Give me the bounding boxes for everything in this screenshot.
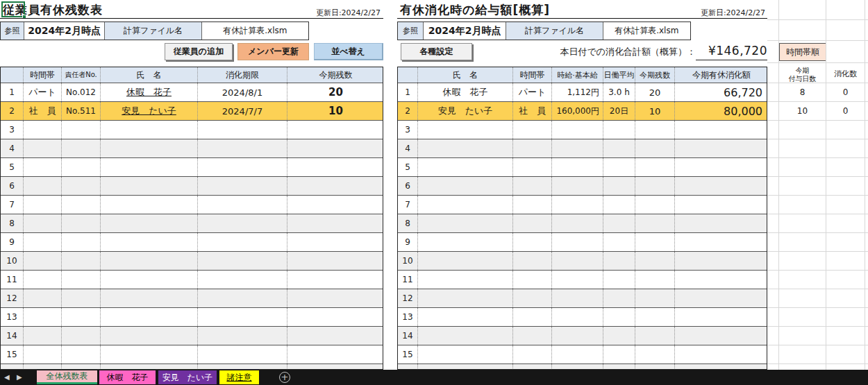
table-row[interactable]: 16 bbox=[1, 364, 383, 370]
cell[interactable] bbox=[603, 233, 635, 251]
cell[interactable] bbox=[417, 289, 512, 307]
cell[interactable] bbox=[674, 252, 767, 270]
cell[interactable] bbox=[100, 327, 197, 345]
add-employee-button[interactable]: 従業員の追加 bbox=[165, 43, 233, 60]
cell[interactable]: No.012 bbox=[61, 83, 100, 101]
sort-button[interactable]: 並べ替え bbox=[314, 43, 383, 60]
cell[interactable] bbox=[603, 345, 635, 363]
cell[interactable] bbox=[635, 327, 674, 345]
cell[interactable] bbox=[512, 196, 551, 214]
cell[interactable] bbox=[417, 327, 512, 345]
cell[interactable] bbox=[417, 271, 512, 289]
table-row[interactable]: 5 bbox=[1, 158, 383, 177]
cell[interactable] bbox=[551, 139, 603, 157]
cell[interactable] bbox=[674, 214, 767, 232]
row-number[interactable]: 5 bbox=[1, 158, 23, 176]
cell[interactable] bbox=[100, 271, 197, 289]
cell[interactable] bbox=[551, 196, 603, 214]
cell[interactable] bbox=[61, 345, 100, 363]
cell[interactable]: 66,720 bbox=[674, 83, 767, 101]
row-number[interactable]: 15 bbox=[398, 345, 417, 363]
cell[interactable] bbox=[417, 308, 512, 326]
cell[interactable] bbox=[551, 214, 603, 232]
table-row[interactable]: 7 bbox=[1, 196, 383, 214]
sheet-tab[interactable]: 全体残数表 bbox=[37, 370, 97, 384]
cell[interactable] bbox=[197, 158, 287, 176]
sheet-nav-right-icon[interactable]: ▶ bbox=[17, 373, 22, 381]
cell[interactable] bbox=[674, 289, 767, 307]
cell[interactable] bbox=[287, 233, 383, 251]
cell[interactable] bbox=[635, 158, 674, 176]
cell[interactable] bbox=[197, 308, 287, 326]
cell[interactable] bbox=[603, 289, 635, 307]
table-row[interactable]: 5 bbox=[398, 158, 767, 177]
row-number[interactable]: 13 bbox=[1, 308, 23, 326]
row-number[interactable]: 3 bbox=[398, 121, 417, 139]
cell[interactable] bbox=[635, 233, 674, 251]
row-number[interactable]: 16 bbox=[1, 364, 23, 370]
row-number[interactable]: 6 bbox=[1, 177, 23, 195]
cell[interactable] bbox=[551, 289, 603, 307]
cell[interactable] bbox=[603, 158, 635, 176]
table-row[interactable]: 9 bbox=[1, 233, 383, 252]
cell[interactable] bbox=[287, 177, 383, 195]
cell[interactable] bbox=[287, 289, 383, 307]
cell[interactable] bbox=[287, 308, 383, 326]
table-row[interactable]: 9 bbox=[398, 233, 767, 252]
cell[interactable]: 社 員 bbox=[23, 102, 61, 120]
time-slot-order-badge[interactable]: 時間帯順 bbox=[779, 43, 826, 61]
cell[interactable]: 10 bbox=[287, 102, 383, 120]
sheet-tab[interactable]: 諸注意 bbox=[219, 370, 259, 384]
cell[interactable]: 2024/7/7 bbox=[197, 102, 287, 120]
cell[interactable] bbox=[23, 214, 61, 232]
table-row[interactable]: 16 bbox=[398, 364, 767, 370]
cell[interactable] bbox=[512, 252, 551, 270]
row-number[interactable]: 11 bbox=[1, 271, 23, 289]
cell[interactable] bbox=[512, 158, 551, 176]
cell[interactable] bbox=[23, 289, 61, 307]
cell[interactable] bbox=[100, 252, 197, 270]
cell[interactable] bbox=[512, 308, 551, 326]
row-number[interactable]: 13 bbox=[398, 308, 417, 326]
cell[interactable] bbox=[674, 139, 767, 157]
cell[interactable] bbox=[100, 177, 197, 195]
cell[interactable] bbox=[100, 139, 197, 157]
cell[interactable] bbox=[674, 158, 767, 176]
cell[interactable] bbox=[23, 196, 61, 214]
cell[interactable] bbox=[417, 139, 512, 157]
cell[interactable] bbox=[551, 327, 603, 345]
cell[interactable]: 1,112円 bbox=[551, 83, 603, 101]
cell[interactable] bbox=[23, 252, 61, 270]
cell[interactable]: 20 bbox=[287, 83, 383, 101]
cell[interactable] bbox=[61, 364, 100, 370]
row-number[interactable]: 1 bbox=[398, 83, 417, 101]
cell[interactable] bbox=[674, 233, 767, 251]
table-row[interactable]: 10 bbox=[1, 252, 383, 271]
extra-column-value[interactable]: 0 bbox=[826, 101, 865, 120]
cell[interactable] bbox=[61, 196, 100, 214]
cell[interactable] bbox=[197, 289, 287, 307]
table-row[interactable]: 6 bbox=[1, 177, 383, 196]
cell[interactable] bbox=[674, 196, 767, 214]
cell[interactable]: パート bbox=[512, 83, 551, 101]
cell[interactable] bbox=[603, 121, 635, 139]
row-number[interactable]: 4 bbox=[1, 139, 23, 157]
cell[interactable] bbox=[512, 121, 551, 139]
row-number[interactable]: 8 bbox=[398, 214, 417, 232]
row-number[interactable]: 4 bbox=[398, 139, 417, 157]
cell[interactable] bbox=[61, 121, 100, 139]
cell[interactable] bbox=[61, 158, 100, 176]
cell[interactable] bbox=[61, 308, 100, 326]
cell[interactable] bbox=[417, 121, 512, 139]
row-number[interactable]: 10 bbox=[398, 252, 417, 270]
cell[interactable]: パート bbox=[23, 83, 61, 101]
cell[interactable] bbox=[674, 121, 767, 139]
table-row[interactable]: 12 bbox=[1, 289, 383, 308]
cell[interactable] bbox=[287, 158, 383, 176]
cell[interactable] bbox=[197, 327, 287, 345]
cell[interactable] bbox=[674, 271, 767, 289]
cell[interactable] bbox=[197, 121, 287, 139]
cell[interactable] bbox=[512, 271, 551, 289]
cell[interactable] bbox=[674, 327, 767, 345]
settings-button[interactable]: 各種設定 bbox=[401, 43, 472, 60]
